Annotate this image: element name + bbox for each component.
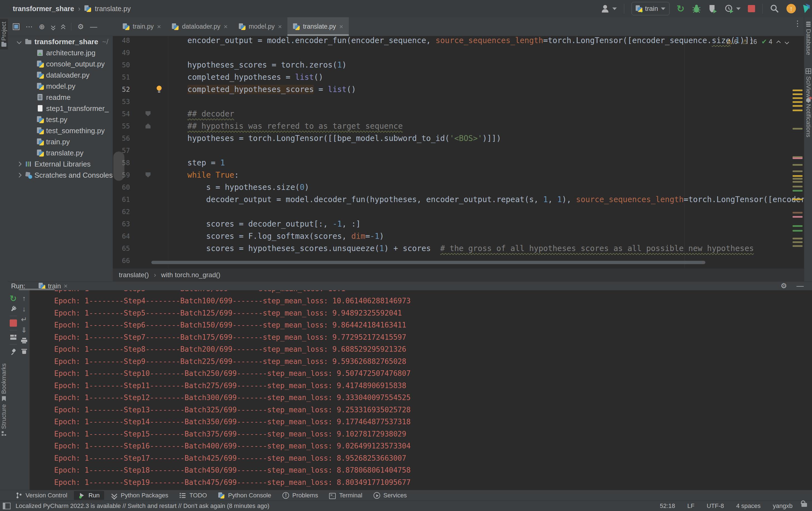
tree-item[interactable]: console_output.py bbox=[8, 58, 113, 70]
ide-update-icon[interactable]: ↑ bbox=[786, 4, 796, 14]
error-stripe[interactable] bbox=[791, 36, 804, 268]
stripe-mark[interactable] bbox=[792, 198, 803, 200]
tab-close-icon[interactable]: × bbox=[64, 282, 67, 290]
stop-button[interactable] bbox=[748, 5, 755, 12]
line-number[interactable]: 55 bbox=[113, 120, 130, 132]
line-number[interactable]: 56 bbox=[113, 132, 130, 144]
tree-chevron-icon[interactable] bbox=[16, 171, 23, 179]
line-number[interactable]: 52 bbox=[113, 83, 130, 96]
tool-window-button[interactable]: Version Control bbox=[11, 491, 71, 500]
code-line[interactable]: 61 decoder_output = model.decoder_fun(hy… bbox=[113, 193, 804, 206]
breadcrumb-project[interactable]: transformer_share bbox=[13, 5, 74, 13]
search-everywhere-button[interactable] bbox=[770, 4, 779, 14]
line-number[interactable]: 49 bbox=[113, 47, 130, 59]
code-line[interactable]: 63 scores = decoder_output[:, -1, :] bbox=[113, 218, 804, 230]
code-line[interactable]: 57 bbox=[113, 144, 804, 157]
line-number[interactable]: 62 bbox=[113, 206, 130, 218]
tree-item[interactable]: transformer_share ~/ bbox=[8, 36, 113, 47]
stripe-mark[interactable] bbox=[792, 170, 803, 172]
hide-panel-icon[interactable]: — bbox=[90, 23, 97, 30]
tab-close-icon[interactable]: × bbox=[224, 23, 228, 31]
tree-item[interactable]: architecture.jpg bbox=[8, 47, 113, 58]
pin-tab-icon[interactable] bbox=[8, 346, 19, 357]
stripe-mark[interactable] bbox=[792, 190, 803, 192]
tree-item[interactable]: readme bbox=[8, 92, 113, 103]
stripe-mark[interactable] bbox=[792, 128, 803, 130]
inspections-widget[interactable]: ⚠ 6 ⚠ 16 ✔ 4 bbox=[726, 38, 789, 46]
editor-tab[interactable]: train.py × bbox=[117, 17, 166, 36]
tree-item[interactable]: test.py bbox=[8, 114, 113, 125]
stripe-mark[interactable] bbox=[792, 105, 803, 107]
code-editor[interactable]: 48 encoder_output = model.encoder_fun(en… bbox=[113, 36, 804, 268]
breadcrumb-function[interactable]: translate() bbox=[119, 271, 149, 279]
stripe-mark[interactable] bbox=[792, 93, 803, 95]
editor-tab[interactable]: dataloader.py × bbox=[166, 17, 233, 36]
tab-close-icon[interactable]: × bbox=[157, 23, 161, 31]
settings-gear-icon[interactable]: ⚙ bbox=[781, 282, 787, 289]
tool-window-button[interactable]: TODO bbox=[175, 491, 211, 500]
breadcrumb-block[interactable]: with torch.no_grad() bbox=[161, 271, 220, 279]
stop-button[interactable] bbox=[8, 318, 19, 328]
down-stack-trace-icon[interactable]: ↓ bbox=[19, 304, 29, 314]
tool-window-button[interactable]: Problems bbox=[278, 491, 323, 500]
modify-run-config-icon[interactable] bbox=[8, 304, 19, 314]
line-number[interactable]: 51 bbox=[113, 71, 130, 83]
tab-close-icon[interactable]: × bbox=[339, 23, 343, 31]
tree-item[interactable]: step1_transformer_ bbox=[8, 103, 113, 114]
code-line[interactable]: 50 hypotheses_scores = torch.zeros(1) bbox=[113, 59, 804, 71]
soft-wrap-icon[interactable]: ↵ bbox=[19, 314, 29, 325]
minimize-panel-icon[interactable]: — bbox=[796, 282, 804, 289]
print-icon[interactable] bbox=[19, 335, 29, 346]
tree-item[interactable]: test_something.py bbox=[8, 125, 113, 136]
tree-item[interactable]: External Libraries bbox=[8, 159, 113, 169]
collapse-all-icon[interactable] bbox=[61, 24, 65, 29]
more-options-icon[interactable]: ⋯ bbox=[26, 23, 33, 30]
settings-gear-icon[interactable]: ⚙ bbox=[78, 23, 84, 30]
tool-window-button[interactable]: Run bbox=[74, 491, 104, 500]
stripe-mark[interactable] bbox=[792, 181, 803, 183]
stripe-mark[interactable] bbox=[792, 178, 803, 180]
tab-close-icon[interactable]: × bbox=[278, 23, 282, 31]
stripe-mark[interactable] bbox=[792, 216, 803, 218]
line-number[interactable]: 65 bbox=[113, 242, 130, 255]
stripe-mark[interactable] bbox=[792, 157, 803, 159]
editor-tab[interactable]: translate.py × bbox=[287, 17, 349, 36]
warnings-badge[interactable]: ⚠ 6 bbox=[726, 38, 738, 46]
code-line[interactable]: 54 ## decoder bbox=[113, 108, 804, 120]
tool-button-sciview[interactable]: SciView bbox=[804, 69, 812, 98]
locate-target-icon[interactable]: ⊕ bbox=[39, 23, 45, 30]
tree-chevron-icon[interactable] bbox=[16, 38, 23, 45]
line-number[interactable]: 61 bbox=[113, 193, 130, 206]
code-line[interactable]: 48 encoder_output = model.encoder_fun(en… bbox=[113, 36, 804, 47]
code-line[interactable]: 64 scores = F.log_softmax(scores, dim=-1… bbox=[113, 230, 804, 242]
code-line[interactable]: 58 step = 1 bbox=[113, 157, 804, 169]
editor-vertical-scrollbar[interactable] bbox=[113, 152, 124, 181]
tool-button-bookmarks[interactable]: Bookmarks bbox=[0, 364, 8, 401]
run-with-coverage-button[interactable] bbox=[708, 4, 717, 14]
stripe-mark[interactable] bbox=[792, 164, 803, 166]
line-number[interactable]: 54 bbox=[113, 108, 130, 120]
line-number[interactable]: 60 bbox=[113, 181, 130, 193]
stripe-mark[interactable] bbox=[792, 238, 803, 239]
prev-problem-icon[interactable] bbox=[777, 40, 781, 44]
tree-item[interactable]: Scratches and Consoles bbox=[8, 169, 113, 181]
stripe-mark[interactable] bbox=[792, 175, 803, 177]
code-line[interactable]: 52 completed_hypotheses_scores = list() bbox=[113, 83, 804, 96]
line-number[interactable]: 64 bbox=[113, 230, 130, 242]
run-config-selector[interactable]: train bbox=[632, 2, 670, 15]
stripe-mark[interactable] bbox=[792, 225, 803, 227]
stripe-mark[interactable] bbox=[792, 245, 803, 247]
restore-layout-icon[interactable] bbox=[8, 332, 19, 343]
line-number[interactable]: 50 bbox=[113, 59, 130, 71]
code-line[interactable]: 55 ## hypothsis was refered to as target… bbox=[113, 120, 804, 132]
tool-window-button[interactable]: Services bbox=[369, 491, 411, 500]
code-line[interactable]: 53 bbox=[113, 96, 804, 108]
stripe-mark[interactable] bbox=[792, 97, 803, 99]
line-number[interactable]: 53 bbox=[113, 96, 130, 108]
tool-window-button[interactable]: Python Packages bbox=[106, 491, 173, 500]
line-separator[interactable]: LF bbox=[687, 502, 695, 510]
select-opened-file-icon[interactable] bbox=[13, 23, 20, 30]
weak-warnings-badge[interactable]: ⚠ 16 bbox=[742, 38, 757, 46]
breadcrumb-file[interactable]: translate.py bbox=[95, 5, 131, 13]
stripe-mark[interactable] bbox=[792, 101, 803, 103]
